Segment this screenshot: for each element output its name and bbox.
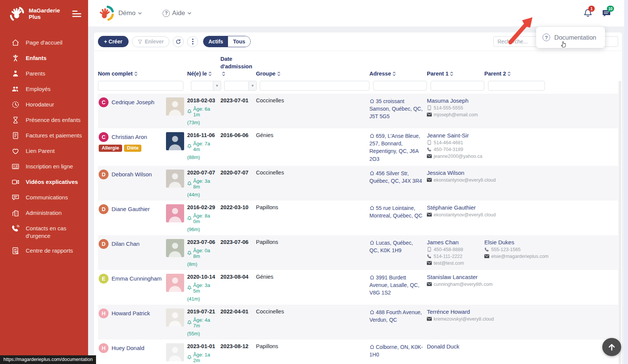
column-header-adresse[interactable]: Adresse xyxy=(369,70,427,78)
date-filter-dropdown-button[interactable]: ▼ xyxy=(248,81,257,91)
workspace-dropdown[interactable]: Démo xyxy=(118,9,142,17)
filter-input-adresse[interactable] xyxy=(373,81,427,91)
table-row[interactable]: EEmma Cunningham2020-10-14Âge: 3a 5m(41m… xyxy=(98,270,618,305)
child-name-link[interactable]: Deborah Wilson xyxy=(112,171,152,178)
sidebar-item-hourglass[interactable]: Présence des enfants xyxy=(0,113,88,128)
column-header-date-admission[interactable]: Date d'admission xyxy=(220,56,256,78)
sidebar-item-child[interactable]: Enfants xyxy=(0,51,88,66)
sidebar-collapse-icon[interactable] xyxy=(72,10,82,17)
invoice-icon xyxy=(11,131,20,140)
filter-tous-tab[interactable]: Tous xyxy=(228,36,250,47)
child-address: 3991 Burdett Avenue, Lasalle, QC, V8G 1S… xyxy=(369,274,423,297)
group-name: Coccinelles xyxy=(256,97,366,103)
filter-input-ne-le[interactable] xyxy=(191,81,213,91)
birth-date: 2023-01-01 xyxy=(187,343,217,349)
child-name-link[interactable]: Cedrique Joseph xyxy=(112,99,154,106)
question-icon: ? xyxy=(543,34,550,41)
age-label: Âge: 3a 8m xyxy=(187,178,217,190)
filter-input-groupe[interactable] xyxy=(260,81,369,91)
email-icon xyxy=(427,261,432,265)
table-row[interactable]: DDeborah Wilson2020-07-07Âge: 3a 8m(44m)… xyxy=(98,166,618,201)
phone-icon xyxy=(484,247,489,252)
child-initial-badge: E xyxy=(99,274,109,284)
filter-input-parent2[interactable] xyxy=(488,81,545,91)
child-photo[interactable] xyxy=(166,97,184,116)
child-address: 456 Silver Str, Québec, QC, J4X 3R4 xyxy=(369,170,423,185)
sidebar-item-heart[interactable]: Lien Parent xyxy=(0,143,88,159)
sidebar-item-phone[interactable]: Contacts en cas d'urgence xyxy=(0,221,88,243)
sidebar-item-label: Administration xyxy=(26,209,62,217)
age-bell-icon xyxy=(187,216,192,221)
table-scrollbar[interactable] xyxy=(619,81,621,364)
window-scrollbar[interactable] xyxy=(624,0,628,364)
child-name-link[interactable]: Emma Cunningham xyxy=(112,275,162,282)
child-photo[interactable] xyxy=(166,170,184,188)
sidebar-item-id-card[interactable]: Inscription en ligne xyxy=(0,159,88,174)
table-row[interactable]: CCedrique Joseph2018-02-03Âge: 6a 1m(73m… xyxy=(98,94,618,128)
sidebar-item-person[interactable]: Parents xyxy=(0,66,88,82)
notifications-bell-icon[interactable]: 1 xyxy=(583,8,593,18)
sidebar-item-video[interactable]: Vidéos explicatives xyxy=(0,174,88,190)
sidebar-item-building[interactable]: Administration xyxy=(0,205,88,221)
age-months: (73m) xyxy=(187,120,217,125)
age-bell-icon xyxy=(187,144,192,149)
sidebar-item-home[interactable]: Page d'accueil xyxy=(0,35,88,51)
child-initial-badge: H xyxy=(99,343,109,353)
sidebar-item-people[interactable]: Employés xyxy=(0,82,88,97)
birth-date: 2018-02-03 xyxy=(187,97,217,103)
child-photo[interactable] xyxy=(166,343,184,361)
parent1-cell: Masuma Joseph514-555-5555mjoseph@email.c… xyxy=(427,97,484,125)
table-row[interactable]: HHuey Donald2023-01-01Âge: 1a 2m(14m)202… xyxy=(98,339,618,364)
email-icon xyxy=(427,154,432,159)
age-months: (8m) xyxy=(187,261,217,267)
home-icon xyxy=(11,39,20,47)
filter-actifs-tab[interactable]: Actifs xyxy=(203,36,228,47)
table-row[interactable]: DDilan Chan2023-07-06Âge: 0a 8m(8m)2023-… xyxy=(98,235,618,270)
child-photo[interactable] xyxy=(166,132,184,150)
child-name-link[interactable]: Christian Aron xyxy=(112,134,147,140)
sidebar-item-clock[interactable]: Horodateur xyxy=(0,97,88,113)
filter-input-nom-complet[interactable] xyxy=(98,81,183,91)
child-initial-badge: H xyxy=(99,308,109,318)
sidebar-item-label: Parents xyxy=(26,70,45,77)
sidebar-item-invoice[interactable]: Factures et paiements xyxy=(0,128,88,143)
help-label: Aide xyxy=(172,9,185,17)
child-name-link[interactable]: Howard Patrick xyxy=(112,310,150,317)
child-tag: Diète xyxy=(124,145,142,152)
sidebar-item-chat[interactable]: Communications xyxy=(0,190,88,205)
table-row[interactable]: DDiane Gauthier2016-02-29Âge: 8a 0m(96m)… xyxy=(98,201,618,235)
child-photo[interactable] xyxy=(166,274,184,292)
create-button[interactable]: + Créer xyxy=(98,36,129,47)
email-icon xyxy=(427,282,432,287)
remove-filter-button[interactable]: Enlever xyxy=(132,36,170,47)
column-header-parent1[interactable]: Parent 1 xyxy=(427,70,484,78)
table-row[interactable]: HHoward Patrick2019-07-21Âge: 4a 7m(55m)… xyxy=(98,305,618,339)
sort-icon xyxy=(222,71,225,76)
child-name-link[interactable]: Dilan Chan xyxy=(112,241,140,247)
refresh-button[interactable] xyxy=(173,36,184,47)
child-name-link[interactable]: Diane Gauthier xyxy=(112,206,150,213)
table-row[interactable]: CChristian AronAllergieDiète2016-11-06Âg… xyxy=(98,128,618,166)
more-options-button[interactable] xyxy=(187,36,198,47)
age-label: Âge: 7a 4m xyxy=(187,141,217,152)
column-header-groupe[interactable]: Groupe xyxy=(256,70,369,78)
brand-logo-icon xyxy=(9,6,25,22)
sidebar-item-report[interactable]: Centre de rapports xyxy=(0,243,88,259)
column-header-parent2[interactable]: Parent 2 xyxy=(484,70,618,78)
child-photo[interactable] xyxy=(166,239,184,257)
column-header-nom-complet[interactable]: Nom complet xyxy=(98,70,187,78)
status-filter-toggle: Actifs Tous xyxy=(203,36,250,47)
column-header-ne-le[interactable]: Né(e) le xyxy=(187,70,220,78)
building-icon xyxy=(11,209,20,217)
child-photo[interactable] xyxy=(166,308,184,327)
filter-input-date-admission[interactable] xyxy=(224,81,248,91)
date-filter-dropdown-button[interactable]: ▼ xyxy=(213,81,221,91)
child-initial-badge: D xyxy=(99,239,109,249)
child-name-link[interactable]: Huey Donald xyxy=(112,345,144,352)
messages-icon[interactable]: 10 xyxy=(602,8,611,18)
admission-date: 2022-04-01 xyxy=(220,308,253,315)
scroll-to-top-button[interactable] xyxy=(602,338,621,356)
child-photo[interactable] xyxy=(166,204,184,222)
help-dropdown[interactable]: ? Aide xyxy=(163,9,192,17)
filter-input-parent1[interactable] xyxy=(431,81,484,91)
